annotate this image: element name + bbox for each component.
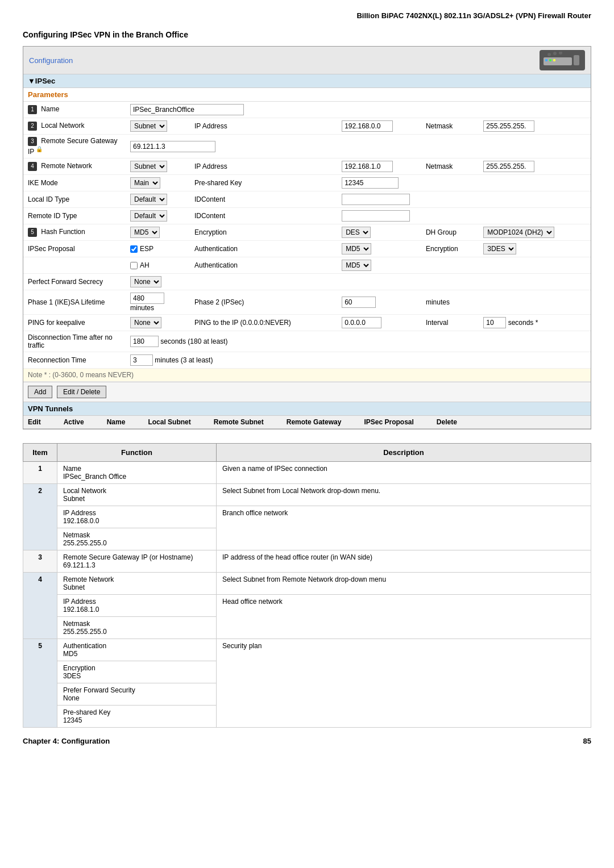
remote-network-label: 4 Remote Network <box>23 158 126 175</box>
local-network-type-select[interactable]: Subnet <box>130 120 167 132</box>
local-network-label: 2 Local Network <box>23 118 126 135</box>
local-ip-input[interactable] <box>342 120 393 132</box>
esp-enc-select[interactable]: 3DES <box>483 243 516 254</box>
name-input[interactable] <box>130 104 244 115</box>
add-button[interactable]: Add <box>28 386 52 398</box>
edit-delete-button[interactable]: Edit / Delete <box>57 386 106 398</box>
remote-network-num-badge: 4 <box>28 162 37 171</box>
svg-point-4 <box>559 52 562 55</box>
remote-id-content-input[interactable] <box>342 210 410 222</box>
reconnect-label: Reconnection Time <box>23 352 126 369</box>
item-2-fn-value-2: 192.168.0.0 <box>63 517 210 525</box>
col-header-item: Item <box>23 444 57 462</box>
desc-row-1: 1 Name IPSec_Branch Office Given a name … <box>23 462 591 484</box>
tunnels-col-remote-subnet: Remote Subnet <box>214 418 264 426</box>
local-network-row: 2 Local Network Subnet IP Address Netmas… <box>23 118 591 135</box>
ike-mode-select[interactable]: Main <box>130 177 160 189</box>
esp-checkbox[interactable] <box>130 245 138 253</box>
remote-id-label: Remote ID Type <box>23 208 126 224</box>
item-3-desc: IP address of the head office router (in… <box>217 550 591 573</box>
local-netmask-input[interactable] <box>483 120 534 132</box>
remote-ip-input[interactable] <box>342 161 393 172</box>
remote-netmask-label: Netmask <box>426 162 453 170</box>
local-id-type-select[interactable]: Default <box>130 194 167 205</box>
phase1-label: Phase 1 (IKE)SA Lifetime <box>23 290 126 315</box>
svg-rect-7 <box>553 59 555 61</box>
reconnect-input[interactable] <box>130 354 153 366</box>
preshared-key-input[interactable] <box>342 177 399 189</box>
ipsec-section-label: ▼IPSec <box>23 74 591 88</box>
local-id-content-input[interactable] <box>342 194 410 205</box>
preshared-key-label: Pre-shared Key <box>194 179 242 187</box>
local-ip-label: IP Address <box>194 122 227 130</box>
vpn-tunnels-label: VPN Tunnels <box>23 402 591 416</box>
item-5-fn-label-2: Encryption <box>63 664 210 672</box>
description-table: Item Function Description 1 Name IPSec_B… <box>23 443 591 728</box>
disconnect-input[interactable] <box>130 336 159 347</box>
ping-ip-input[interactable] <box>342 317 381 328</box>
ah-checkbox[interactable] <box>130 262 138 269</box>
hash-num-badge: 5 <box>28 228 37 237</box>
item-5-fn-value-4: 12345 <box>63 716 210 724</box>
phase2-unit: minutes <box>426 298 450 306</box>
svg-point-2 <box>547 53 551 56</box>
pfs-row: Perfect Forward Secrecy None <box>23 274 591 290</box>
dh-group-select[interactable]: MODP1024 (DH2) <box>483 227 554 238</box>
item-4-desc-2: Head office network <box>217 595 591 639</box>
page-footer: Chapter 4: Configuration 85 <box>23 737 591 745</box>
interval-input[interactable] <box>483 317 506 328</box>
interval-unit: seconds * <box>508 319 538 327</box>
tunnels-col-edit: Edit <box>28 418 41 426</box>
config-box: Configuration ▼IPSec Parameters 1 Name <box>23 46 591 429</box>
item-4-fn-value-3: 255.255.255.0 <box>63 628 210 636</box>
item-5-fn-value-1: MD5 <box>63 650 210 658</box>
item-1-fn-value: IPSec_Branch Office <box>63 473 210 481</box>
encryption-type-select[interactable]: DES <box>342 227 371 238</box>
phase1-row: Phase 1 (IKE)SA Lifetime minutes Phase 2… <box>23 290 591 315</box>
local-netmask-label: Netmask <box>426 122 453 130</box>
phase1-unit: minutes <box>130 304 154 312</box>
ah-auth-label: Authentication <box>194 261 238 269</box>
esp-auth-select[interactable]: MD5 <box>342 243 371 254</box>
ike-mode-row: IKE Mode Main Pre-shared Key <box>23 175 591 191</box>
ping-keepalive-select[interactable]: None <box>130 317 161 328</box>
reconnect-suffix: minutes (3 at least) <box>155 356 213 364</box>
item-4-fn-value-2: 192.168.1.0 <box>63 606 210 614</box>
phase1-input[interactable] <box>130 293 164 304</box>
desc-row-4a: 4 Remote Network Subnet Select Subnet fr… <box>23 573 591 595</box>
item-1-desc: Given a name of IPSec connection <box>217 462 591 484</box>
item-1-fn-label: Name <box>63 465 210 473</box>
pfs-select[interactable]: None <box>130 276 161 287</box>
config-form-table: 1 Name 2 Local Network Subnet IP Add <box>23 102 591 382</box>
phase2-input[interactable] <box>342 297 376 308</box>
item-4-desc-1: Select Subnet from Remote Network drop-d… <box>217 573 591 595</box>
item-5-fn-value-2: 3DES <box>63 672 210 680</box>
ah-checkbox-label[interactable]: AH <box>130 261 185 269</box>
desc-table-header-row: Item Function Description <box>23 444 591 462</box>
page-header: Billion BiPAC 7402NX(L) 802.11n 3G/ADSL2… <box>23 11 591 20</box>
remote-network-type-select[interactable]: Subnet <box>130 161 167 172</box>
col-header-function: Function <box>57 444 217 462</box>
ipsec-proposal-label: IPSec Proposal <box>23 241 126 257</box>
remote-netmask-input[interactable] <box>483 161 534 172</box>
item-4-fn-label-1: Remote Network <box>63 575 210 583</box>
router-icon <box>540 50 585 70</box>
hash-value-select[interactable]: MD5 <box>130 227 160 238</box>
remote-gw-num-badge: 3 <box>28 137 37 146</box>
ping-ip-label: PING to the IP (0.0.0.0:NEVER) <box>194 319 291 327</box>
footer-page-num: 85 <box>583 737 591 745</box>
tunnels-col-name: Name <box>107 418 126 426</box>
item-5-desc: Security plan <box>217 639 591 728</box>
item-2-num: 2 <box>23 484 57 550</box>
note-row: Note * : (0-3600, 0 means NEVER) <box>23 369 591 382</box>
desc-row-2a: 2 Local Network Subnet Select Subnet fro… <box>23 484 591 506</box>
esp-checkbox-label[interactable]: ESP <box>130 245 185 253</box>
item-3-fn-value: 69.121.1.3 <box>63 561 210 569</box>
esp-auth-label: Authentication <box>194 245 238 253</box>
config-header: Configuration <box>23 47 591 74</box>
note-text: Note * : (0-3600, 0 means NEVER) <box>23 369 591 382</box>
remote-id-type-select[interactable]: Default <box>130 210 167 222</box>
ah-auth-select[interactable]: MD5 <box>342 260 371 271</box>
config-header-title: Configuration <box>29 56 73 65</box>
remote-gw-input[interactable] <box>130 141 215 152</box>
